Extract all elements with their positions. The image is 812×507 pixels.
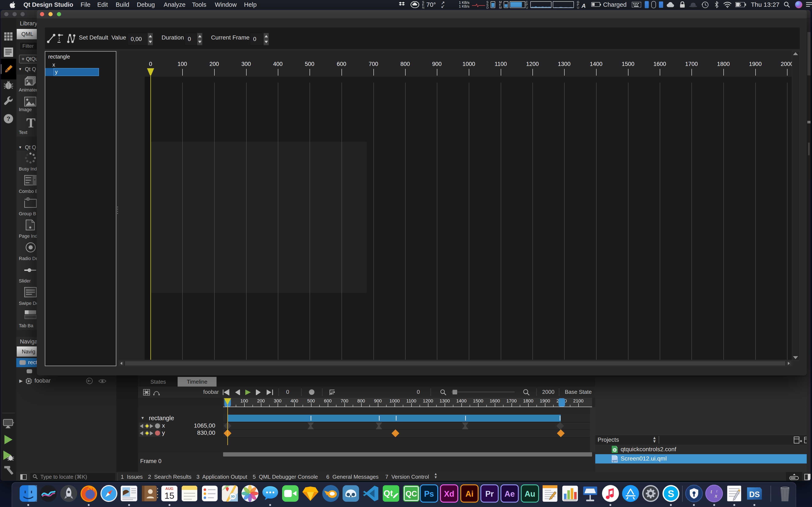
svg-text:15: 15 (164, 491, 174, 501)
svg-text:?: ? (7, 115, 10, 122)
svg-text:3D: 3D (231, 495, 235, 498)
svg-text:qml: qml (612, 459, 617, 462)
svg-text:t: t (711, 489, 712, 495)
svg-text:Qt: Qt (384, 489, 393, 498)
svg-text:QC: QC (406, 490, 417, 498)
svg-text:DS: DS (749, 490, 760, 499)
svg-text:S: S (668, 488, 674, 499)
svg-text:AUG: AUG (165, 487, 173, 491)
svg-text:x: x (714, 493, 717, 499)
